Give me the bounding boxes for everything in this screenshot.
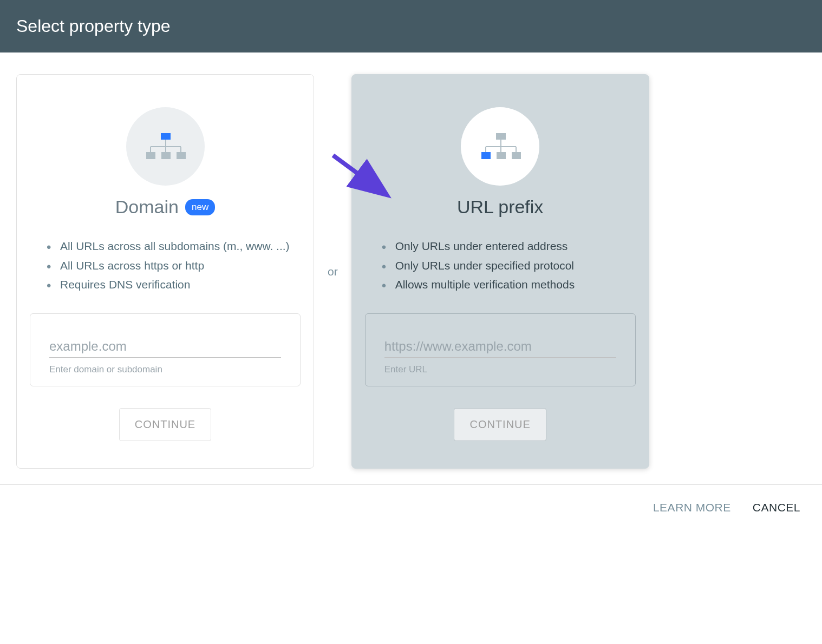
list-item: Only URLs under specified protocol xyxy=(379,256,630,275)
svg-rect-6 xyxy=(146,152,155,159)
domain-card-title: Domain xyxy=(115,196,179,218)
list-item: Only URLs under entered address xyxy=(379,236,630,256)
svg-rect-0 xyxy=(161,133,171,140)
svg-rect-15 xyxy=(481,152,491,159)
svg-rect-7 xyxy=(161,152,171,159)
list-item: Requires DNS verification xyxy=(44,275,295,294)
url-prefix-input-box: Enter URL xyxy=(365,313,636,386)
list-item: Allows multiple verification methods xyxy=(379,275,630,294)
sitemap-url-prefix-icon xyxy=(479,130,522,163)
url-prefix-bullet-list: Only URLs under entered address Only URL… xyxy=(363,236,638,294)
dialog-title: Select property type xyxy=(16,16,171,36)
cancel-button[interactable]: CANCEL xyxy=(753,501,800,514)
or-separator: or xyxy=(319,265,346,278)
url-prefix-input-helper: Enter URL xyxy=(384,364,616,375)
dialog-footer: LEARN MORE CANCEL xyxy=(0,484,822,530)
svg-rect-9 xyxy=(496,133,506,140)
url-prefix-card-title: URL prefix xyxy=(457,196,543,218)
url-prefix-property-card[interactable]: URL prefix Only URLs under entered addre… xyxy=(351,74,649,469)
domain-title-row: Domain new xyxy=(115,196,215,218)
domain-input-box: Enter domain or subdomain xyxy=(30,313,301,386)
domain-bullet-list: All URLs across all subdomains (m., www.… xyxy=(28,236,303,294)
new-badge: new xyxy=(185,199,215,215)
list-item: All URLs across https or http xyxy=(44,256,295,275)
dialog-header: Select property type xyxy=(0,0,822,52)
svg-rect-16 xyxy=(497,152,506,159)
sitemap-domain-icon xyxy=(143,130,187,163)
url-prefix-icon-circle xyxy=(461,107,539,186)
url-prefix-input[interactable] xyxy=(384,336,616,358)
domain-icon-circle xyxy=(126,107,205,186)
domain-input[interactable] xyxy=(49,336,281,358)
domain-continue-button[interactable]: CONTINUE xyxy=(119,408,211,441)
svg-rect-8 xyxy=(177,152,186,159)
url-prefix-continue-button[interactable]: CONTINUE xyxy=(454,408,546,441)
learn-more-button[interactable]: LEARN MORE xyxy=(653,501,731,514)
content-area: Domain new All URLs across all subdomain… xyxy=(0,52,822,490)
list-item: All URLs across all subdomains (m., www.… xyxy=(44,236,295,256)
domain-property-card[interactable]: Domain new All URLs across all subdomain… xyxy=(16,74,314,469)
svg-rect-17 xyxy=(512,152,521,159)
url-prefix-title-row: URL prefix xyxy=(457,196,543,218)
domain-input-helper: Enter domain or subdomain xyxy=(49,364,281,375)
